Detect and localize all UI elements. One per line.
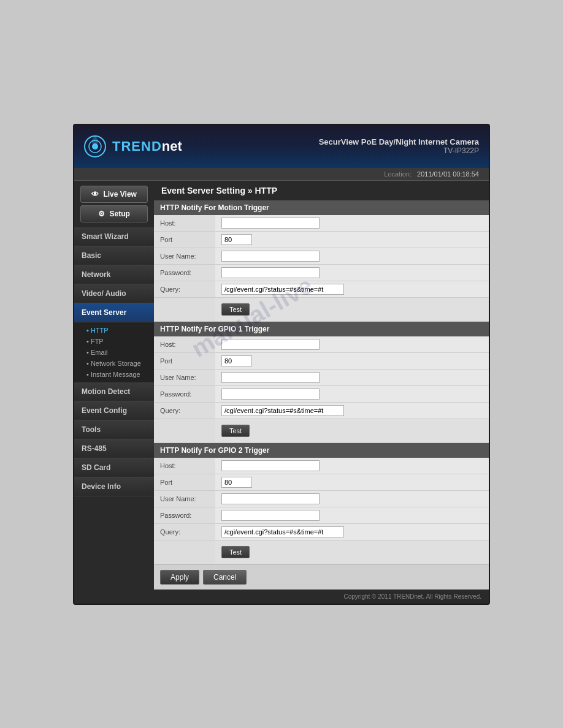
- field-value: [215, 490, 489, 507]
- sub-item-network-storage[interactable]: Network Storage: [74, 358, 154, 369]
- trendnet-logo-icon: [84, 135, 106, 157]
- field-row: Host:: [154, 215, 489, 232]
- field-value: [215, 281, 489, 297]
- field-value: [215, 336, 489, 353]
- port-input-1[interactable]: [221, 234, 252, 245]
- sidebar-item-rs485[interactable]: RS-485: [74, 439, 154, 458]
- main-layout: 👁 Live View ⚙ Setup Smart Wizard Basic N…: [74, 181, 489, 590]
- sidebar-item-sd-card[interactable]: SD Card: [74, 458, 154, 477]
- event-server-submenu: HTTP FTP Email Network Storage Instant M…: [74, 322, 154, 382]
- field-value: [215, 402, 489, 419]
- sidebar-item-basic[interactable]: Basic: [74, 246, 154, 265]
- field-label: User Name:: [154, 369, 215, 385]
- form-gpio1-trigger: Host: Port User Name: Password:: [154, 336, 489, 443]
- sidebar-item-label: Device Info: [82, 482, 121, 491]
- sidebar-item-label: SD Card: [82, 463, 110, 472]
- password-input-1[interactable]: [221, 267, 320, 278]
- field-value: [215, 264, 489, 281]
- content-wrapper: manual-live Event Server Setting » HTTP …: [154, 181, 489, 590]
- sidebar: 👁 Live View ⚙ Setup Smart Wizard Basic N…: [74, 181, 154, 590]
- sub-item-instant-message[interactable]: Instant Message: [74, 369, 154, 380]
- sidebar-item-device-info[interactable]: Device Info: [74, 477, 154, 496]
- test-button-2[interactable]: Test: [221, 425, 250, 437]
- form-motion-trigger: Host: Port User Name: Password:: [154, 215, 489, 322]
- sidebar-item-event-config[interactable]: Event Config: [74, 401, 154, 420]
- password-input-2[interactable]: [221, 389, 320, 400]
- username-input-3[interactable]: [221, 493, 320, 504]
- field-row: Password:: [154, 385, 489, 402]
- test-cell: Test: [215, 540, 489, 564]
- username-input-2[interactable]: [221, 372, 320, 383]
- setup-label: Setup: [110, 210, 130, 218]
- field-label: User Name:: [154, 490, 215, 507]
- sidebar-item-motion-detect[interactable]: Motion Detect: [74, 382, 154, 401]
- form-gpio2-trigger: Host: Port User Name: Password:: [154, 458, 489, 564]
- field-label: Query:: [154, 281, 215, 297]
- empty-cell: [154, 297, 215, 321]
- field-row: Port: [154, 231, 489, 248]
- field-row: Password:: [154, 507, 489, 523]
- field-row: User Name:: [154, 248, 489, 264]
- username-input-1[interactable]: [221, 251, 320, 262]
- field-label: Host:: [154, 215, 215, 232]
- sub-item-email[interactable]: Email: [74, 347, 154, 358]
- field-label: Port: [154, 231, 215, 248]
- field-row: Password:: [154, 264, 489, 281]
- section-header-gpio1: HTTP Notify For GPIO 1 Trigger: [154, 322, 489, 336]
- sidebar-item-label: Network: [82, 270, 110, 279]
- cancel-button[interactable]: Cancel: [203, 570, 247, 585]
- sub-item-ftp[interactable]: FTP: [74, 336, 154, 347]
- host-input-3[interactable]: [221, 460, 320, 471]
- field-label: Password:: [154, 507, 215, 523]
- logo-area: TRENDnet: [84, 135, 182, 157]
- sidebar-item-network[interactable]: Network: [74, 265, 154, 284]
- sidebar-item-label: Motion Detect: [82, 387, 130, 396]
- location-label: Location:: [384, 170, 412, 178]
- test-row-1: Test: [154, 297, 489, 321]
- header: TRENDnet SecurView PoE Day/Night Interne…: [74, 125, 489, 168]
- field-label: Query:: [154, 402, 215, 419]
- product-model: TV-IP322P: [319, 146, 479, 155]
- brand-name: TRENDnet: [112, 138, 182, 154]
- empty-cell: [154, 419, 215, 442]
- sidebar-item-event-server[interactable]: Event Server: [74, 303, 154, 322]
- query-input-2[interactable]: [221, 405, 344, 416]
- test-button-3[interactable]: Test: [221, 546, 250, 558]
- field-value: [215, 352, 489, 369]
- field-label: Port: [154, 352, 215, 369]
- field-value: [215, 248, 489, 264]
- sidebar-item-video-audio[interactable]: Video/ Audio: [74, 284, 154, 303]
- test-cell: Test: [215, 297, 489, 321]
- field-value: [215, 458, 489, 474]
- field-value: [215, 385, 489, 402]
- live-view-label: Live View: [103, 190, 136, 199]
- apply-bar: Apply Cancel: [154, 564, 489, 590]
- host-input-1[interactable]: [221, 218, 320, 229]
- apply-button[interactable]: Apply: [160, 570, 199, 585]
- field-label: Host:: [154, 458, 215, 474]
- gear-icon: ⚙: [98, 210, 105, 218]
- field-row: Port: [154, 352, 489, 369]
- setup-button[interactable]: ⚙ Setup: [80, 205, 148, 222]
- sidebar-item-label: Event Config: [82, 406, 127, 415]
- query-input-1[interactable]: [221, 284, 344, 295]
- field-row: User Name:: [154, 490, 489, 507]
- sub-item-http[interactable]: HTTP: [74, 325, 154, 336]
- live-view-button[interactable]: 👁 Live View: [80, 186, 148, 203]
- test-row-3: Test: [154, 540, 489, 564]
- password-input-3[interactable]: [221, 510, 320, 521]
- field-row: Query:: [154, 523, 489, 540]
- eye-icon: 👁: [91, 190, 99, 199]
- host-input-2[interactable]: [221, 339, 320, 350]
- port-input-3[interactable]: [221, 477, 252, 488]
- sidebar-item-smart-wizard[interactable]: Smart Wizard: [74, 227, 154, 246]
- port-input-2[interactable]: [221, 355, 252, 366]
- sidebar-item-tools[interactable]: Tools: [74, 420, 154, 439]
- sidebar-item-label: Video/ Audio: [82, 289, 126, 298]
- product-title: SecurView PoE Day/Night Internet Camera: [319, 137, 479, 146]
- test-button-1[interactable]: Test: [221, 303, 250, 316]
- section-header-gpio2: HTTP Notify For GPIO 2 Trigger: [154, 443, 489, 458]
- section-header-motion: HTTP Notify For Motion Trigger: [154, 200, 489, 215]
- location-bar: Location: 2011/01/01 00:18:54: [74, 168, 489, 181]
- query-input-3[interactable]: [221, 526, 344, 537]
